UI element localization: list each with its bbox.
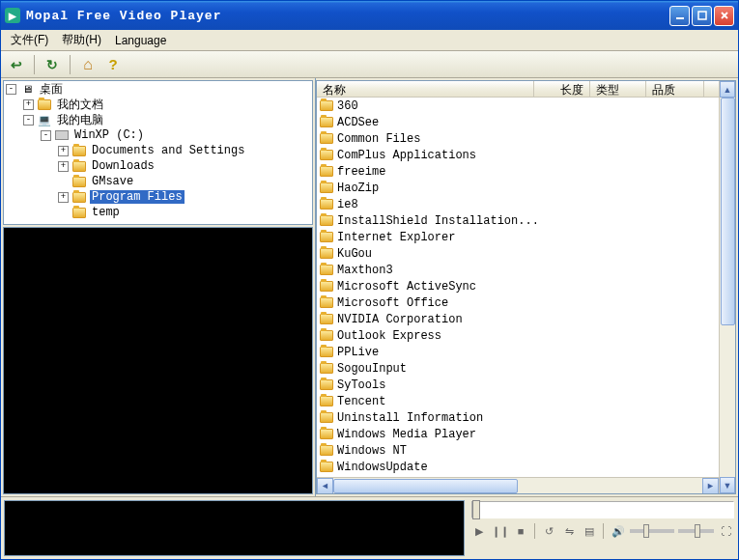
svg-rect-1	[698, 12, 706, 19]
speaker-icon[interactable]: 🔊	[610, 522, 626, 540]
tree-node[interactable]: -💻我的电脑	[4, 112, 312, 127]
scroll-track[interactable]	[720, 98, 735, 477]
app-icon: ▶	[5, 8, 20, 23]
titlebar[interactable]: ▶ Mopal Free Video Player	[1, 1, 738, 30]
col-name[interactable]: 名称	[317, 81, 534, 97]
expand-toggle[interactable]: -	[41, 130, 51, 141]
list-item[interactable]: NVIDIA Corporation	[317, 311, 719, 327]
list-body[interactable]: 360ACDSeeCommon FilesComPlus Application…	[317, 98, 719, 477]
seek-handle[interactable]	[472, 500, 480, 519]
folder-icon	[319, 246, 334, 262]
tree-node[interactable]: temp	[4, 205, 312, 220]
expand-toggle[interactable]: -	[6, 84, 16, 95]
balance-handle[interactable]	[695, 524, 700, 538]
volume-slider[interactable]	[630, 529, 674, 533]
item-name: WindowsUpdate	[337, 461, 428, 474]
col-length[interactable]: 长度	[534, 81, 590, 97]
list-item[interactable]: Uninstall Information	[317, 409, 719, 426]
maximize-button[interactable]	[692, 6, 712, 26]
refresh-button[interactable]: ↻	[43, 55, 62, 74]
list-item[interactable]: SogouInput	[317, 360, 719, 377]
list-item[interactable]: Microsoft Office	[317, 294, 719, 311]
item-name: KuGou	[337, 247, 372, 261]
seek-bar[interactable]	[471, 501, 734, 518]
list-item[interactable]: ComPlus Applications	[317, 147, 719, 163]
folder-icon	[37, 97, 52, 112]
folder-icon	[71, 174, 87, 189]
list-item[interactable]: Tencent	[317, 393, 719, 409]
list-item[interactable]: WindowsUpdate	[317, 459, 719, 475]
folder-icon	[319, 230, 334, 245]
col-quality[interactable]: 品质	[646, 81, 704, 97]
tree-node[interactable]: +Documents and Settings	[4, 143, 312, 158]
expand-toggle[interactable]: +	[58, 161, 69, 172]
help-button[interactable]: ?	[103, 55, 123, 74]
visualizer	[4, 500, 465, 556]
close-button[interactable]	[714, 6, 734, 26]
list-item[interactable]: HaoZip	[317, 180, 719, 196]
scroll-left-button[interactable]: ◄	[317, 478, 333, 494]
expand-toggle[interactable]: +	[58, 146, 69, 156]
list-item[interactable]: Windows NT	[317, 442, 719, 459]
folder-tree[interactable]: -🖥桌面+我的文档-💻我的电脑-WinXP (C:)+Documents and…	[3, 80, 313, 225]
tree-node[interactable]: +Program Files	[4, 189, 312, 205]
scroll-thumb[interactable]	[721, 98, 735, 325]
scroll-down-button[interactable]: ▼	[720, 477, 735, 493]
pause-button[interactable]: ❙❙	[492, 522, 509, 540]
folder-icon	[319, 410, 334, 426]
item-name: ComPlus Applications	[337, 149, 476, 162]
tree-label: GMsave	[90, 175, 135, 188]
list-item[interactable]: Microsoft ActiveSync	[317, 278, 719, 294]
fullscreen-button[interactable]: ⛶	[718, 522, 734, 540]
folder-icon	[319, 181, 334, 196]
expand-toggle[interactable]: -	[23, 115, 34, 126]
list-item[interactable]: PPLive	[317, 344, 719, 360]
horizontal-scrollbar[interactable]: ◄ ►	[317, 477, 719, 493]
item-name: Microsoft Office	[337, 296, 448, 310]
list-item[interactable]: 360	[317, 98, 719, 114]
volume-handle[interactable]	[643, 524, 649, 538]
balance-slider[interactable]	[678, 529, 714, 533]
folder-icon	[319, 263, 334, 278]
svg-rect-0	[676, 17, 684, 19]
menu-language[interactable]: Language	[109, 32, 172, 49]
list-item[interactable]: Windows Media Player	[317, 426, 719, 442]
list-item[interactable]: Internet Explorer	[317, 229, 719, 245]
shuffle-button[interactable]: ⇋	[561, 522, 578, 540]
playlist-button[interactable]: ▤	[582, 522, 598, 540]
list-item[interactable]: Outlook Express	[317, 327, 719, 344]
list-item[interactable]: ACDSee	[317, 114, 719, 130]
tree-label: Documents and Settings	[90, 144, 246, 157]
tree-node[interactable]: +我的文档	[4, 97, 312, 112]
scroll-up-button[interactable]: ▲	[720, 81, 735, 98]
repeat-button[interactable]: ↺	[541, 522, 557, 540]
list-item[interactable]: InstallShield Installation...	[317, 212, 719, 229]
list-item[interactable]: ie8	[317, 196, 719, 212]
tree-node[interactable]: +Downloads	[4, 158, 312, 174]
back-button[interactable]: ↩	[7, 55, 26, 74]
tree-node[interactable]: -WinXP (C:)	[4, 127, 312, 143]
list-item[interactable]: freeime	[317, 163, 719, 180]
list-item[interactable]: Maxthon3	[317, 262, 719, 278]
menu-help[interactable]: 帮助(H)	[56, 30, 107, 50]
expand-toggle[interactable]: +	[58, 192, 69, 203]
folder-icon	[319, 164, 334, 180]
scroll-track[interactable]	[333, 478, 702, 494]
col-type[interactable]: 类型	[590, 81, 646, 97]
menu-file[interactable]: 文件(F)	[5, 30, 54, 50]
scroll-thumb[interactable]	[333, 479, 518, 493]
scroll-right-button[interactable]: ►	[702, 478, 719, 494]
home-button[interactable]: ⌂	[78, 55, 98, 74]
stop-button[interactable]: ■	[513, 522, 529, 540]
minimize-button[interactable]	[669, 6, 690, 26]
vertical-scrollbar[interactable]: ▲ ▼	[719, 81, 735, 493]
video-preview[interactable]	[3, 227, 313, 494]
list-item[interactable]: Common Files	[317, 130, 719, 147]
expand-toggle[interactable]: +	[23, 99, 34, 110]
tree-node[interactable]: -🖥桌面	[4, 81, 312, 97]
play-button[interactable]: ▶	[471, 522, 488, 540]
list-item[interactable]: KuGou	[317, 245, 719, 262]
window-controls	[669, 6, 734, 26]
list-item[interactable]: SyTools	[317, 377, 719, 393]
tree-node[interactable]: GMsave	[4, 174, 312, 189]
